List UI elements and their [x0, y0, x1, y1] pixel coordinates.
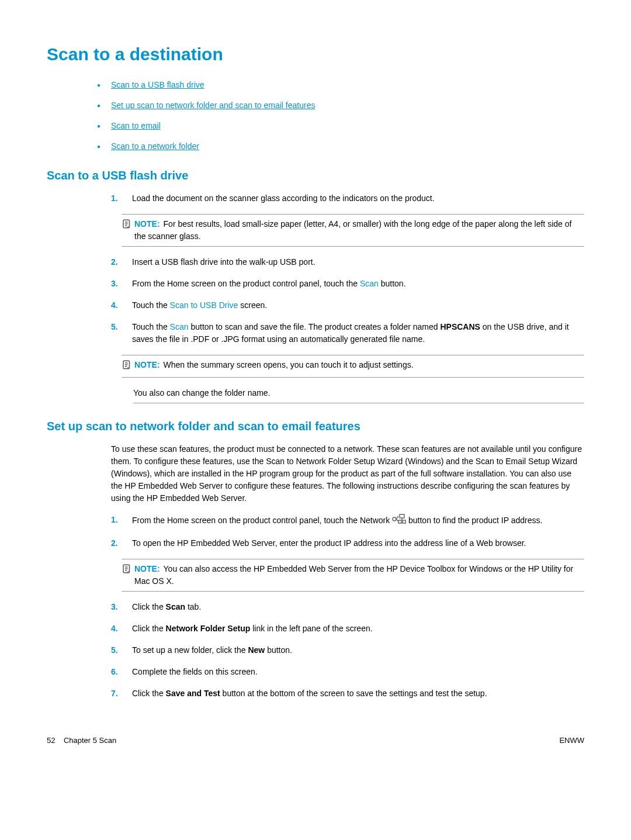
- step-number: 4.: [111, 299, 132, 312]
- note-label: NOTE:: [134, 219, 160, 229]
- page-number: 52: [47, 736, 55, 745]
- step-text: Click the Save and Test button at the bo…: [132, 687, 584, 700]
- page-footer: 52 Chapter 5 Scan ENWW: [47, 735, 584, 746]
- step-text: Touch the Scan to USB Drive screen.: [132, 299, 584, 312]
- step-number: 2.: [111, 256, 132, 268]
- new-button-ref: New: [248, 645, 265, 655]
- intro-paragraph: To use these scan features, the product …: [111, 443, 584, 504]
- step-text: From the Home screen on the product cont…: [132, 514, 584, 528]
- note-icon: [122, 218, 134, 233]
- note-icon: [122, 563, 134, 578]
- network-folder-setup-ref: Network Folder Setup: [166, 624, 251, 633]
- step-number: 5.: [111, 321, 132, 333]
- step-text: To set up a new folder, click the New bu…: [132, 644, 584, 656]
- step-text: To open the HP Embedded Web Server, ente…: [132, 537, 584, 549]
- step-text: Load the document on the scanner glass a…: [132, 192, 584, 205]
- step-number: 7.: [111, 687, 132, 700]
- note-text: For best results, load small-size paper …: [134, 219, 571, 241]
- svg-point-8: [393, 517, 396, 521]
- svg-rect-11: [403, 520, 405, 523]
- page-title: Scan to a destination: [47, 41, 584, 67]
- toc-link-usb[interactable]: Scan to a USB flash drive: [111, 80, 204, 89]
- step-text: From the Home screen on the product cont…: [132, 278, 584, 290]
- extra-text: You also can change the folder name.: [133, 387, 584, 403]
- note-box: NOTE:For best results, load small-size p…: [122, 214, 584, 247]
- note-text: When the summary screen opens, you can t…: [164, 360, 414, 369]
- step-number: 3.: [111, 278, 132, 290]
- step-text: Insert a USB flash drive into the walk-u…: [132, 256, 584, 268]
- step-number: 2.: [111, 537, 132, 549]
- scan-button-ref: Scan: [360, 279, 379, 288]
- toc-link-network[interactable]: Scan to a network folder: [111, 141, 199, 151]
- note-box: NOTE:You can also access the HP Embedded…: [122, 559, 584, 592]
- scan-tab-ref: Scan: [166, 602, 185, 611]
- table-of-contents: Scan to a USB flash drive Set up scan to…: [47, 79, 584, 153]
- toc-link-email[interactable]: Scan to email: [111, 121, 161, 130]
- svg-rect-9: [400, 514, 404, 518]
- note-text: You can also access the HP Embedded Web …: [134, 564, 573, 586]
- note-label: NOTE:: [134, 564, 160, 573]
- step-number: 1.: [111, 514, 132, 526]
- step-text: Complete the fields on this screen.: [132, 666, 584, 678]
- save-test-button-ref: Save and Test: [166, 689, 220, 698]
- toc-link-setup[interactable]: Set up scan to network folder and scan t…: [111, 101, 315, 110]
- step-text: Touch the Scan button to scan and save t…: [132, 321, 584, 345]
- step-number: 6.: [111, 666, 132, 678]
- step-number: 3.: [111, 601, 132, 613]
- note-icon: [122, 359, 134, 374]
- note-label: NOTE:: [134, 360, 160, 369]
- network-icon: [392, 514, 406, 528]
- note-box: NOTE:When the summary screen opens, you …: [122, 355, 584, 378]
- step-text: Click the Scan tab.: [132, 601, 584, 613]
- chapter-label: Chapter 5 Scan: [64, 736, 116, 745]
- svg-rect-10: [398, 520, 401, 523]
- scan-usb-drive-ref: Scan to USB Drive: [170, 300, 238, 310]
- section-heading-usb: Scan to a USB flash drive: [47, 167, 584, 184]
- hpscans-folder: HPSCANS: [440, 322, 480, 331]
- section-heading-setup: Set up scan to network folder and scan t…: [47, 417, 584, 435]
- svg-line-12: [396, 516, 398, 519]
- scan-button-ref: Scan: [170, 322, 189, 331]
- step-number: 1.: [111, 192, 132, 205]
- step-number: 5.: [111, 644, 132, 656]
- footer-right: ENWW: [559, 735, 584, 746]
- step-number: 4.: [111, 623, 132, 635]
- step-text: Click the Network Folder Setup link in t…: [132, 623, 584, 635]
